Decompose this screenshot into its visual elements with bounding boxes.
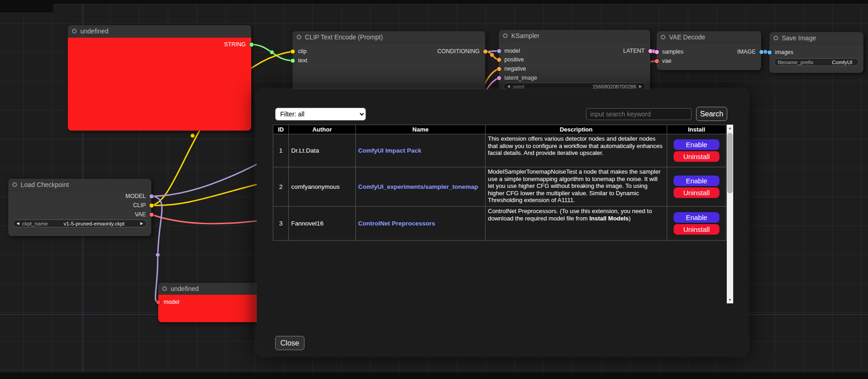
output-label-latent: LATENT xyxy=(623,48,645,54)
search-button[interactable]: Search xyxy=(696,107,727,121)
row-install-cell: Enable Uninstall xyxy=(667,134,726,167)
output-port-row: CONDITIONING xyxy=(293,48,485,55)
header-id: ID xyxy=(273,125,289,134)
node-undefined-model[interactable]: undefined model xyxy=(158,283,264,322)
row-description: ModelSamplerTonemapNoiseTest a node that… xyxy=(486,167,667,207)
scrollbar-up-icon[interactable]: ▲ xyxy=(727,125,733,132)
scrollbar-down-icon[interactable]: ▼ xyxy=(727,297,733,303)
output-port-clip[interactable] xyxy=(149,203,154,208)
output-port-latent[interactable] xyxy=(648,49,652,53)
description-bold-text: Install Models xyxy=(589,215,629,222)
extension-link[interactable]: ControlNet Preprocessors xyxy=(358,220,435,227)
node-title: VAE Decode xyxy=(669,33,705,41)
input-label-model: model xyxy=(164,299,179,305)
output-port-row: IMAGE xyxy=(657,49,761,55)
collapse-dot-icon[interactable] xyxy=(503,33,508,38)
input-port-text[interactable] xyxy=(291,59,295,63)
node-header[interactable]: VAE Decode xyxy=(657,31,761,44)
widget-increment-icon[interactable]: ▶ xyxy=(140,222,143,225)
output-label-string: STRING xyxy=(224,41,246,48)
enable-button[interactable]: Enable xyxy=(674,212,719,223)
wire-dot-string xyxy=(270,50,274,55)
output-port-model[interactable] xyxy=(149,194,154,198)
filename-prefix-widget[interactable]: filename_prefix ComfyUI xyxy=(774,58,859,66)
close-button[interactable]: Close xyxy=(275,336,304,350)
header-install: Install xyxy=(667,125,726,134)
node-body-error: STRING xyxy=(68,38,251,131)
uninstall-button[interactable]: Uninstall xyxy=(674,151,719,162)
node-body: MODEL CLIP VAE ◀ ckpt_name v1-5-pruned-e… xyxy=(8,191,151,236)
output-label-model: MODEL xyxy=(126,193,146,199)
input-port-vae[interactable] xyxy=(655,59,659,63)
ckpt-name-widget[interactable]: ◀ ckpt_name v1-5-pruned-emaonly.ckpt ▶ xyxy=(13,220,147,227)
node-header[interactable]: undefined xyxy=(68,25,251,38)
input-port-row: positive xyxy=(499,56,650,63)
collapse-dot-icon[interactable] xyxy=(162,286,167,291)
input-port-row: vae xyxy=(657,58,761,64)
widget-value: 156680208700286 xyxy=(527,84,636,89)
output-port-row: CLIP xyxy=(8,202,151,209)
output-port-image[interactable] xyxy=(759,50,763,54)
node-graph-canvas[interactable]: undefined STRING CLIP Text Encode (Promp… xyxy=(0,0,868,379)
output-port-conditioning[interactable] xyxy=(483,49,487,54)
output-label-clip: CLIP xyxy=(133,202,146,209)
input-port-latent-image[interactable] xyxy=(497,76,501,80)
uninstall-button[interactable]: Uninstall xyxy=(674,187,719,198)
row-install-cell: Enable Uninstall xyxy=(667,207,726,241)
input-port-negative[interactable] xyxy=(497,67,501,71)
search-input[interactable] xyxy=(586,108,691,120)
extensions-table: ID Author Name Description Install 1 Dr.… xyxy=(273,125,726,241)
enable-button[interactable]: Enable xyxy=(674,139,719,150)
collapse-dot-icon[interactable] xyxy=(72,29,77,33)
widget-increment-icon[interactable]: ▶ xyxy=(639,85,642,88)
node-save-image[interactable]: Save Image images filename_prefix ComfyU… xyxy=(769,32,863,73)
input-label-negative: negative xyxy=(504,66,526,72)
input-port-model[interactable] xyxy=(156,300,160,304)
node-title: undefined xyxy=(80,27,109,35)
output-label-vae: VAE xyxy=(135,211,146,218)
node-load-checkpoint[interactable]: Load Checkpoint MODEL CLIP VAE ◀ ckpt_na… xyxy=(8,179,151,236)
node-undefined-string[interactable]: undefined STRING xyxy=(68,25,251,131)
wire-dot-conditioning xyxy=(490,53,494,57)
output-label-conditioning: CONDITIONING xyxy=(437,48,480,55)
row-author: Fannovel16 xyxy=(289,207,356,241)
widget-decrement-icon[interactable]: ◀ xyxy=(17,222,19,225)
node-body: images filename_prefix ComfyUI xyxy=(769,44,863,73)
table-row: 3 Fannovel16 ControlNet Preprocessors Co… xyxy=(273,207,726,241)
input-label-positive: positive xyxy=(504,56,524,63)
custom-nodes-installer-dialog: Filter: all Search ID Author Name Descri… xyxy=(257,89,747,355)
node-header[interactable]: CLIP Text Encode (Prompt) xyxy=(293,31,485,44)
output-port-string[interactable] xyxy=(249,43,254,47)
header-author: Author xyxy=(289,125,356,134)
node-header[interactable]: KSampler xyxy=(499,30,650,42)
wire-dot-model xyxy=(156,253,160,257)
collapse-dot-icon[interactable] xyxy=(12,182,17,187)
header-name: Name xyxy=(356,125,486,134)
enable-button[interactable]: Enable xyxy=(674,176,719,186)
node-header[interactable]: Load Checkpoint xyxy=(8,179,151,191)
node-vae-decode[interactable]: VAE Decode samples vae IMAGE xyxy=(657,31,761,70)
extension-link[interactable]: ComfyUI_experiments/sampler_tonemap xyxy=(358,183,478,190)
collapse-dot-icon[interactable] xyxy=(297,35,301,39)
node-body-error: model xyxy=(158,295,264,322)
node-header[interactable]: Save Image xyxy=(769,32,863,44)
collapse-dot-icon[interactable] xyxy=(661,35,665,39)
wire-dot-clip xyxy=(191,134,195,138)
input-label-latent-image: latent_image xyxy=(504,75,537,81)
table-scrollbar[interactable]: ▲ ▼ xyxy=(727,125,733,303)
table-row: 2 comfyanonymous ComfyUI_experiments/sam… xyxy=(273,167,726,207)
output-port-row: STRING xyxy=(68,41,251,48)
input-port-row: images xyxy=(769,49,863,55)
output-port-vae[interactable] xyxy=(149,213,154,217)
scrollbar-thumb[interactable] xyxy=(727,133,733,193)
filter-select[interactable]: Filter: all xyxy=(275,108,366,121)
collapse-dot-icon[interactable] xyxy=(774,36,778,40)
row-author: Dr.Lt.Data xyxy=(289,134,356,167)
input-port-images[interactable] xyxy=(768,50,772,55)
extension-link[interactable]: ComfyUI Impact Pack xyxy=(358,147,421,154)
input-port-positive[interactable] xyxy=(497,58,501,62)
widget-decrement-icon[interactable]: ◀ xyxy=(507,85,510,88)
uninstall-button[interactable]: Uninstall xyxy=(674,224,719,235)
node-header[interactable]: undefined xyxy=(158,283,264,295)
widget-label: filename_prefix xyxy=(778,60,813,65)
